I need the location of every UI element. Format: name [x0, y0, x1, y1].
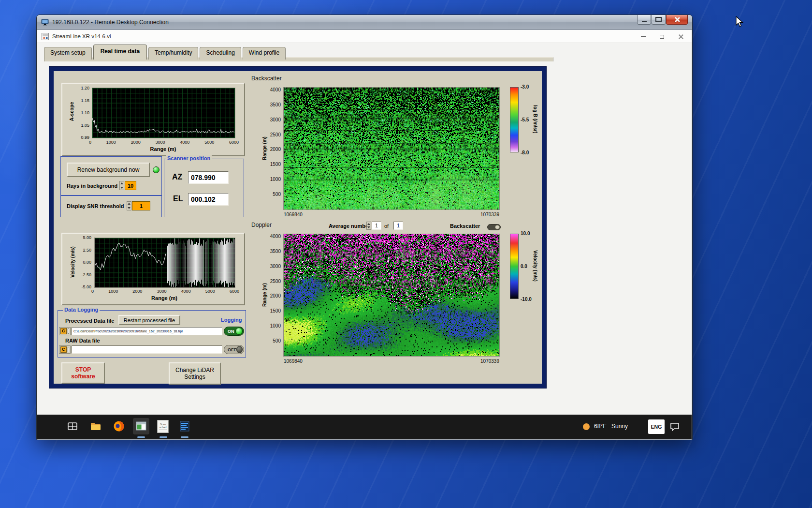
on-led-icon — [235, 328, 243, 335]
snr-spinner[interactable] — [127, 201, 131, 210]
scan-scheduler-icon[interactable]: Scan sched — [157, 420, 169, 433]
rdp-minimize-button[interactable] — [637, 15, 651, 25]
app-titlebar[interactable]: StreamLine XR v14-6.vi — [37, 30, 692, 43]
rdp-maximize-button[interactable] — [652, 15, 666, 25]
file-page-icon — [68, 329, 70, 334]
tab-wind-profile[interactable]: Wind profile — [243, 47, 286, 60]
tick-label: -3.0 — [521, 84, 538, 90]
tick-label: 1.15 — [81, 98, 89, 103]
average-number-field[interactable]: 1 — [372, 222, 381, 230]
weather-condition[interactable]: Sunny — [611, 423, 628, 430]
snr-threshold-box: Display SNR threshold 1 — [60, 195, 162, 217]
tick-label: 3500 — [270, 102, 281, 107]
app-minimize-icon[interactable] — [641, 36, 646, 37]
chat-icon[interactable] — [669, 421, 680, 432]
velocity-x-axis-label: Range (m) — [94, 295, 234, 301]
app-maximize-icon[interactable] — [660, 35, 664, 39]
weather-sun-icon[interactable] — [582, 423, 590, 431]
decrement-icon[interactable] — [367, 226, 370, 228]
tick-label: 500 — [273, 192, 281, 197]
tick-label: -8.0 — [521, 150, 538, 155]
background-controls-box: Renew background now Rays in background … — [60, 156, 162, 195]
doppler-plot — [284, 234, 499, 356]
processed-logging-toggle[interactable]: ON — [224, 327, 244, 336]
settings-line2: Settings — [184, 374, 205, 380]
app-active-indicator — [137, 436, 145, 438]
tick-label: 2000 — [270, 293, 281, 299]
doppler-x-start: 1069840 — [284, 359, 303, 364]
rdp-title: 192.168.0.122 - Remote Desktop Connectio… — [52, 19, 169, 26]
tick-label: 10.0 — [521, 231, 538, 236]
stop-software-button[interactable]: STOP software — [61, 362, 105, 384]
processed-path-field[interactable]: C:\Lidar\Data\Proc\2023\202309\20230916\… — [72, 327, 222, 335]
app-active-indicator — [160, 436, 167, 438]
desktop: 192.168.0.122 - Remote Desktop Connectio… — [0, 0, 812, 508]
streamline-app-icon[interactable] — [135, 420, 147, 433]
backscatter-plot-frame — [283, 87, 500, 210]
tab-system-setup[interactable]: System setup — [44, 47, 92, 60]
tick-label: 5.00 — [83, 235, 91, 240]
tick-label: 6000 — [230, 289, 239, 294]
decrement-icon[interactable] — [128, 207, 130, 209]
increment-icon[interactable] — [128, 203, 130, 205]
tab-real-time-data[interactable]: Real time data — [93, 45, 147, 60]
doppler-x-range: 1069840 1070339 — [284, 359, 499, 364]
tick-label: 0 — [91, 289, 94, 294]
on-label: ON — [228, 329, 234, 334]
tick-label: 4000 — [270, 234, 281, 239]
snr-threshold-field[interactable]: 1 — [132, 201, 150, 210]
rays-in-background-field[interactable]: 10 — [125, 181, 136, 190]
mouse-cursor — [735, 16, 747, 29]
of-label: of — [384, 223, 389, 229]
processed-data-file-label: Processed Data file — [65, 318, 115, 324]
rdp-titlebar[interactable]: 192.168.0.122 - Remote Desktop Connectio… — [37, 15, 692, 30]
rdp-icon — [41, 18, 49, 26]
rdp-close-button[interactable] — [666, 15, 688, 25]
change-lidar-settings-button[interactable]: Change LiDAR Settings — [169, 362, 221, 385]
drive-letter: C — [60, 328, 67, 334]
language-indicator[interactable]: ENG — [648, 419, 665, 434]
tick-label: 1.10 — [81, 110, 89, 115]
average-number-spinner[interactable] — [366, 222, 371, 230]
task-view-icon[interactable] — [66, 420, 79, 433]
app-close-icon[interactable] — [678, 34, 684, 40]
backscatter-x-end: 1070339 — [480, 212, 499, 217]
increment-icon[interactable] — [367, 223, 370, 225]
tick-label: 500 — [273, 338, 281, 344]
restart-processed-file-button[interactable]: Restart processed file — [118, 315, 180, 325]
ascope-x-axis-label: Range (m) — [92, 146, 234, 152]
document-list-icon[interactable] — [178, 420, 191, 433]
maximize-icon — [655, 17, 662, 22]
decrement-icon[interactable] — [120, 187, 123, 189]
remote-session: StreamLine XR v14-6.vi System setupReal … — [37, 30, 692, 439]
tick-label: 5000 — [204, 140, 214, 145]
data-logging-box: Data Logging Processed Data file Restart… — [58, 310, 246, 358]
firefox-icon[interactable] — [113, 420, 125, 433]
backscatter-toggle-switch[interactable] — [487, 224, 501, 230]
tick-label: 2500 — [270, 279, 281, 284]
tick-label: -5.00 — [81, 284, 91, 289]
doppler-colorbar — [510, 234, 519, 299]
raw-data-file-label: RAW Data file — [65, 338, 100, 344]
tick-label: 2000 — [132, 289, 142, 294]
tab-temp-humidity[interactable]: Temp/humidity — [148, 47, 198, 60]
stop-line2: software — [71, 373, 95, 380]
raw-path-field[interactable] — [72, 345, 222, 354]
rays-spinner[interactable] — [119, 181, 124, 190]
tick-label: 3000 — [157, 289, 166, 294]
processed-path-drive-button[interactable]: C — [59, 327, 71, 335]
raw-logging-toggle[interactable]: OFF — [224, 345, 244, 354]
tab-scheduling[interactable]: Scheduling — [200, 47, 241, 60]
increment-icon[interactable] — [120, 182, 123, 184]
el-value-field: 000.102 — [188, 193, 229, 206]
renew-background-button[interactable]: Renew background now — [67, 163, 150, 177]
raw-path-drive-button[interactable]: C — [59, 345, 71, 354]
data-logging-label: Data Logging — [63, 307, 100, 313]
tick-label: 6000 — [229, 140, 239, 145]
app-title: StreamLine XR v14-6.vi — [52, 33, 111, 39]
minimize-icon — [642, 21, 647, 22]
tick-label: 0 — [89, 140, 91, 145]
file-explorer-icon[interactable] — [89, 420, 102, 433]
weather-temperature[interactable]: 68°F — [594, 423, 606, 430]
backscatter-x-start: 1069840 — [284, 212, 303, 217]
